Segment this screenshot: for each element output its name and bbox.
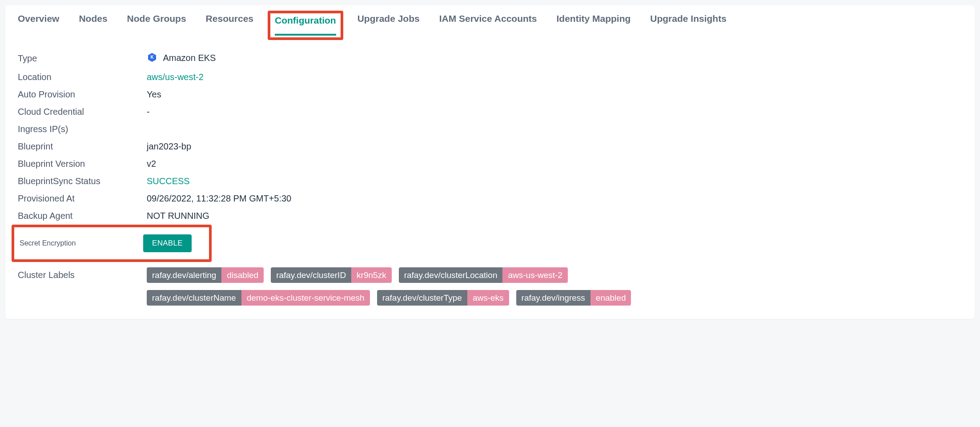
label-ingress-ips: Ingress IP(s) bbox=[18, 124, 147, 134]
label-blueprint-version: Blueprint Version bbox=[18, 159, 147, 169]
tab-configuration[interactable]: Configuration bbox=[275, 15, 336, 36]
label-blueprint-sync: BlueprintSync Status bbox=[18, 176, 147, 186]
label-backup-agent: Backup Agent bbox=[18, 211, 147, 221]
value-cloud-credential: - bbox=[147, 107, 150, 117]
row-location: Location aws/us-west-2 bbox=[18, 68, 962, 86]
row-blueprint-sync: BlueprintSync Status SUCCESS bbox=[18, 173, 962, 190]
value-blueprint-sync: SUCCESS bbox=[147, 176, 190, 186]
tab-upgrade-jobs[interactable]: Upgrade Jobs bbox=[357, 13, 420, 37]
label-cluster-labels: Cluster Labels bbox=[18, 267, 147, 280]
row-cluster-labels: Cluster Labels rafay.dev/alerting disabl… bbox=[18, 262, 962, 306]
chip-key: rafay.dev/ingress bbox=[516, 290, 590, 306]
label-location: Location bbox=[18, 72, 147, 82]
tab-iam-service-accounts[interactable]: IAM Service Accounts bbox=[439, 13, 537, 37]
chip-key: rafay.dev/clusterType bbox=[377, 290, 467, 306]
label-type: Type bbox=[18, 53, 147, 64]
tab-overview[interactable]: Overview bbox=[18, 13, 59, 37]
value-backup-agent: NOT RUNNING bbox=[147, 211, 209, 221]
chip-value: enabled bbox=[590, 290, 631, 306]
tab-upgrade-insights[interactable]: Upgrade Insights bbox=[650, 13, 727, 37]
value-blueprint-version: v2 bbox=[147, 159, 156, 169]
row-auto-provision: Auto Provision Yes bbox=[18, 86, 962, 103]
row-blueprint-version: Blueprint Version v2 bbox=[18, 155, 962, 173]
chip-alerting: rafay.dev/alerting disabled bbox=[147, 267, 264, 283]
tab-nodes[interactable]: Nodes bbox=[79, 13, 107, 37]
tab-node-groups[interactable]: Node Groups bbox=[127, 13, 186, 37]
value-type: K Amazon EKS bbox=[147, 52, 216, 65]
label-secret-encryption: Secret Encryption bbox=[20, 239, 143, 247]
row-backup-agent: Backup Agent NOT RUNNING bbox=[18, 207, 962, 225]
chip-value: disabled bbox=[221, 267, 264, 283]
cluster-labels-container: rafay.dev/alerting disabled rafay.dev/cl… bbox=[147, 267, 962, 306]
cluster-labels-row-2: rafay.dev/clusterName demo-eks-cluster-s… bbox=[147, 290, 962, 306]
value-provisioned-at: 09/26/2022, 11:32:28 PM GMT+5:30 bbox=[147, 193, 291, 204]
chip-value: demo-eks-cluster-service-mesh bbox=[241, 290, 370, 306]
chip-cluster-type: rafay.dev/clusterType aws-eks bbox=[377, 290, 509, 306]
tab-identity-mapping[interactable]: Identity Mapping bbox=[556, 13, 631, 37]
config-content: Type K Amazon EKS Location aws/us-west-2… bbox=[5, 38, 975, 306]
row-blueprint: Blueprint jan2023-bp bbox=[18, 138, 962, 155]
svg-text:K: K bbox=[150, 55, 154, 60]
label-provisioned-at: Provisioned At bbox=[18, 193, 147, 204]
chip-cluster-id: rafay.dev/clusterID kr9n5zk bbox=[271, 267, 392, 283]
chip-value: kr9n5zk bbox=[351, 267, 392, 283]
tab-bar: Overview Nodes Node Groups Resources Con… bbox=[5, 5, 975, 38]
row-type: Type K Amazon EKS bbox=[18, 48, 962, 68]
tab-resources[interactable]: Resources bbox=[206, 13, 253, 37]
chip-value: aws-eks bbox=[467, 290, 509, 306]
chip-key: rafay.dev/clusterName bbox=[147, 290, 241, 306]
chip-cluster-name: rafay.dev/clusterName demo-eks-cluster-s… bbox=[147, 290, 370, 306]
chip-ingress: rafay.dev/ingress enabled bbox=[516, 290, 631, 306]
label-cloud-credential: Cloud Credential bbox=[18, 107, 147, 117]
kubernetes-icon: K bbox=[147, 52, 157, 65]
value-auto-provision: Yes bbox=[147, 89, 161, 100]
chip-key: rafay.dev/alerting bbox=[147, 267, 221, 283]
highlight-configuration-tab: Configuration bbox=[268, 11, 343, 40]
chip-value: aws-us-west-2 bbox=[502, 267, 567, 283]
cluster-labels-row-1: rafay.dev/alerting disabled rafay.dev/cl… bbox=[147, 267, 962, 283]
chip-key: rafay.dev/clusterLocation bbox=[399, 267, 503, 283]
config-panel: Overview Nodes Node Groups Resources Con… bbox=[5, 5, 975, 319]
chip-key: rafay.dev/clusterID bbox=[271, 267, 351, 283]
highlight-secret-encryption: Secret Encryption ENABLE bbox=[12, 225, 212, 262]
value-location[interactable]: aws/us-west-2 bbox=[147, 72, 204, 82]
label-auto-provision: Auto Provision bbox=[18, 89, 147, 100]
value-type-text: Amazon EKS bbox=[163, 53, 216, 63]
row-cloud-credential: Cloud Credential - bbox=[18, 103, 962, 121]
value-blueprint: jan2023-bp bbox=[147, 141, 191, 152]
enable-secret-encryption-button[interactable]: ENABLE bbox=[143, 234, 192, 252]
chip-cluster-location: rafay.dev/clusterLocation aws-us-west-2 bbox=[399, 267, 568, 283]
label-blueprint: Blueprint bbox=[18, 141, 147, 152]
row-ingress-ips: Ingress IP(s) bbox=[18, 121, 962, 138]
row-provisioned-at: Provisioned At 09/26/2022, 11:32:28 PM G… bbox=[18, 190, 962, 207]
